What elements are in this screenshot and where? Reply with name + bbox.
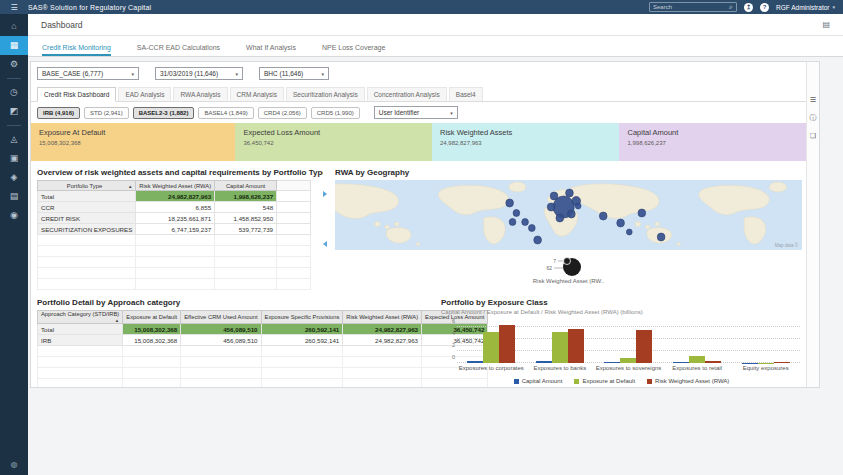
table-header-cell[interactable]: Exposure at Default <box>123 311 181 324</box>
table-header-cell[interactable]: Effective CRM Used Amount <box>181 311 261 324</box>
map-bubble[interactable] <box>568 210 576 218</box>
nav-tab[interactable]: NPE Loss Coverage <box>322 44 385 56</box>
search-icon[interactable]: ⌕ <box>729 3 733 11</box>
map-bubble[interactable] <box>528 225 535 232</box>
kpi-tile[interactable]: Exposure At Default15,008,302,368 <box>31 123 235 161</box>
filter-select[interactable]: BASE_CASE (6,777)▾ <box>37 67 139 80</box>
toggle-button[interactable]: BASEL2-3 (1,882) <box>133 107 195 119</box>
sidebar-item-settings-icon[interactable]: ⚙ <box>0 55 28 74</box>
table-row[interactable]: IRB15,008,302,368456,089,510260,592,1412… <box>38 335 488 346</box>
kpi-tile[interactable]: Capital Amount1,998,626,237 <box>619 123 806 161</box>
kpi-tile[interactable]: Risk Weighted Assets24,982,827,963 <box>432 123 620 161</box>
sidebar-item-models-icon[interactable]: ◬ <box>0 130 28 149</box>
map-bubble[interactable] <box>657 233 665 241</box>
help-icon[interactable]: ? <box>760 3 769 12</box>
nav-tab[interactable]: What If Analysis <box>246 44 296 56</box>
splitter-handle[interactable] <box>323 191 327 197</box>
map-bubble[interactable] <box>617 219 625 227</box>
table-header-cell[interactable]: Risk Weighted Asset (RWA) <box>136 181 215 191</box>
user-menu[interactable]: RGF Administrator ▾ <box>776 4 835 11</box>
filter-select[interactable]: BHC (11,646)▾ <box>259 67 329 80</box>
kpi-tile[interactable]: Expected Loss Amount36,450,742 <box>235 123 432 161</box>
bar-risk-weighted-asset-rwa-[interactable] <box>499 325 515 363</box>
sidebar-item-reports-icon[interactable]: ▤ <box>0 187 28 206</box>
notifications-icon[interactable]: ↥ <box>744 3 753 12</box>
bar-capital-amount[interactable] <box>536 361 552 363</box>
dashboard-tab[interactable]: Concentration Analysis <box>367 87 447 101</box>
toggle-button[interactable]: CRD4 (2,056) <box>258 107 307 119</box>
chart-y-tick: 6 <box>445 318 455 324</box>
toggle-button[interactable]: CRD5 (1,990) <box>311 107 360 119</box>
bar-exposure-at-default[interactable] <box>758 363 774 364</box>
sidebar-status-icon[interactable]: ◍ <box>0 460 28 469</box>
sidebar-item-analytics-icon[interactable]: ◩ <box>0 102 28 121</box>
table-header-cell[interactable]: Portfolio Type▲ <box>38 181 136 191</box>
chart-legend-item[interactable]: Capital Amount <box>514 378 563 384</box>
rail-menu-icon[interactable]: ☰ <box>810 96 816 104</box>
sidebar-item-dashboard-icon[interactable]: ▦ <box>0 36 28 55</box>
sidebar-item-tags-icon[interactable]: ◈ <box>0 168 28 187</box>
map-bubble[interactable] <box>566 189 574 197</box>
table-header-cell[interactable]: Risk Weighted Asset (RWA) <box>343 311 422 324</box>
sidebar-item-folders-icon[interactable]: ▣ <box>0 149 28 168</box>
map-bubble[interactable] <box>506 199 514 207</box>
map-bubble[interactable] <box>547 203 555 211</box>
nav-tab[interactable]: Credit Risk Monitoring <box>42 44 111 56</box>
bar-risk-weighted-asset-rwa-[interactable] <box>636 330 652 363</box>
search-input[interactable]: Search ⌕ <box>649 2 737 12</box>
map-bubble[interactable] <box>638 209 646 217</box>
bar-capital-amount[interactable] <box>604 362 620 364</box>
bar-capital-amount[interactable] <box>742 363 758 364</box>
toggle-button[interactable]: BASEL4 (1,849) <box>198 107 253 119</box>
map-bubble[interactable] <box>599 212 607 220</box>
bar-exposure-at-default[interactable] <box>552 332 568 363</box>
bar-exposure-at-default[interactable] <box>620 358 636 363</box>
dashboard-tab[interactable]: EAD Analysis <box>118 87 171 101</box>
dashboard-tab[interactable]: Basel4 <box>449 87 483 101</box>
dashboard-tab[interactable]: RWA Analysis <box>173 87 227 101</box>
bar-risk-weighted-asset-rwa-[interactable] <box>774 362 790 363</box>
search-placeholder: Search <box>653 4 672 10</box>
table-row[interactable]: CCR6,855548 <box>38 202 311 213</box>
table-header-cell[interactable]: Exposure Specific Provisions <box>261 311 343 324</box>
toggle-button[interactable]: STD (2,941) <box>84 107 129 119</box>
map-bubble[interactable] <box>513 210 520 217</box>
table-row[interactable]: SECURITIZATION EXPOSURES6,747,159,237539… <box>38 224 311 235</box>
toggle-button[interactable]: IRB (4,916) <box>37 107 80 119</box>
report-icon[interactable]: ▤ <box>822 20 830 29</box>
map-bubble[interactable] <box>534 236 542 244</box>
dashboard-tab[interactable]: Securitization Analysis <box>286 87 365 101</box>
comment-icon[interactable]: ❏ <box>810 132 816 140</box>
table-header-cell[interactable]: Approach Category (STD/IRB)▲ <box>38 311 123 324</box>
chart-legend-item[interactable]: Exposure at Default <box>574 378 635 384</box>
bar-risk-weighted-asset-rwa-[interactable] <box>705 361 721 363</box>
map-bubble[interactable] <box>509 219 516 226</box>
table-row[interactable]: Total15,008,302,368456,089,510260,592,14… <box>38 324 488 335</box>
map-bubble[interactable] <box>626 229 632 235</box>
filter-select[interactable]: 31/03/2019 (11,646)▾ <box>155 67 243 80</box>
bar-capital-amount[interactable] <box>673 362 689 363</box>
world-map[interactable] <box>335 180 802 250</box>
dashboard-tab[interactable]: Credit Risk Dashboard <box>37 87 116 102</box>
splitter-handle[interactable] <box>323 241 327 247</box>
bar-capital-amount[interactable] <box>467 361 483 363</box>
bar-risk-weighted-asset-rwa-[interactable] <box>568 329 584 363</box>
map-bubble[interactable] <box>522 219 529 226</box>
user-identifier-select[interactable]: User Identifier▾ <box>374 106 458 119</box>
sidebar-item-history-icon[interactable]: ◷ <box>0 83 28 102</box>
map-bubble[interactable] <box>575 203 581 209</box>
table-row[interactable]: CREDIT RISK18,235,661,8711,458,852,950 <box>38 213 311 224</box>
table-header-cell[interactable]: Capital Amount <box>215 181 277 191</box>
nav-tab[interactable]: SA-CCR EAD Calculations <box>137 44 220 56</box>
map-bubble[interactable] <box>550 192 558 200</box>
bar-exposure-at-default[interactable] <box>483 332 499 364</box>
menu-icon[interactable]: ☰ <box>0 3 28 12</box>
chart-legend-item[interactable]: Risk Weighted Asset (RWA) <box>647 378 729 384</box>
table-row[interactable]: Total24,982,827,9631,998,626,237 <box>38 191 311 202</box>
bar-exposure-at-default[interactable] <box>689 356 705 363</box>
sidebar-item-workflow-icon[interactable]: ◉ <box>0 206 28 225</box>
map-bubble[interactable] <box>556 214 564 222</box>
dashboard-tab[interactable]: CRM Analysis <box>230 87 284 101</box>
info-icon[interactable]: ⓘ <box>810 113 817 123</box>
sidebar-item-home-icon[interactable]: ⌂ <box>0 17 28 36</box>
